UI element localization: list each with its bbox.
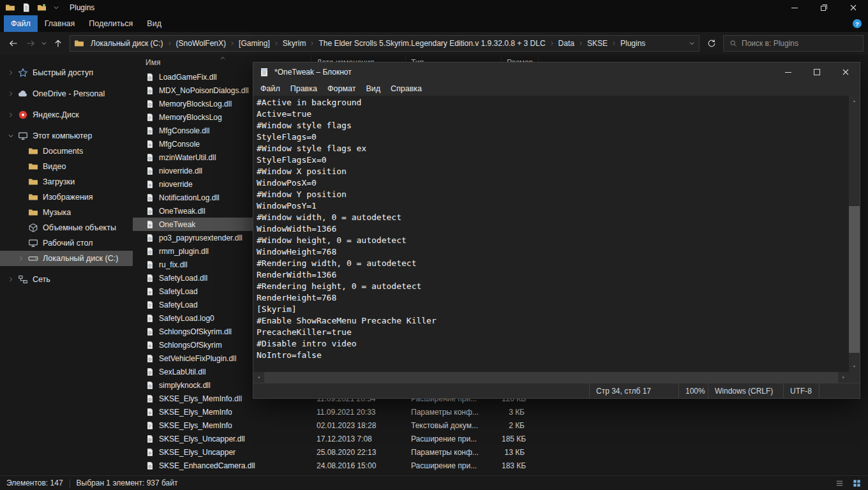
sidebar-item-downloads[interactable]: Загрузки [0, 174, 133, 189]
folder-icon [28, 146, 38, 156]
dll-file-icon [146, 73, 154, 82]
qat-customize-chevron-icon[interactable] [53, 4, 59, 11]
sidebar-item-desktop[interactable]: Рабочий стол [0, 235, 133, 251]
explorer-minimize-button[interactable] [780, 0, 809, 15]
notepad-menu-help[interactable]: Справка [385, 84, 427, 93]
breadcrumb-segment[interactable]: [Gaming] [235, 39, 274, 48]
notepad-icon [259, 67, 269, 77]
close-icon [841, 67, 851, 77]
scroll-left-icon[interactable] [256, 375, 262, 380]
ribbon-tab-view[interactable]: Вид [140, 15, 168, 32]
help-button[interactable]: ? [852, 19, 862, 29]
horizontal-scrollbar-thumb[interactable] [264, 372, 838, 383]
sidebar-item-quick-access[interactable]: Быстрый доступ [0, 65, 133, 80]
properties-icon[interactable] [21, 3, 31, 13]
chevron-right-icon[interactable] [8, 70, 14, 76]
chevron-right-icon[interactable] [8, 112, 14, 118]
scroll-up-icon[interactable] [851, 98, 857, 104]
file-row[interactable]: SKSE_Elys_MemInfo11.09.2021 20:33Парамет… [133, 405, 539, 419]
file-row[interactable]: SKSE_EnhancedCamera.dll24.08.2016 15:00Р… [133, 459, 539, 472]
refresh-icon [707, 38, 717, 48]
file-row[interactable]: SKSE_Elys_Uncapper.dll17.12.2013 7:08Рас… [133, 432, 539, 445]
sidebar-item-music[interactable]: Музыка [0, 205, 133, 220]
file-name: SchlongsOfSkyrim [159, 341, 222, 350]
file-name: MDX_NoPoisonDialogs.dll [159, 86, 249, 95]
address-bar: Локальный диск (C:)(SnoWolFenX)[Gaming]S… [0, 32, 868, 55]
search-box[interactable] [723, 35, 864, 52]
address-dropdown-icon[interactable] [689, 40, 695, 47]
breadcrumb-segment[interactable]: Data [555, 39, 578, 48]
breadcrumb-segment[interactable]: Plugins [617, 39, 649, 48]
notepad-text-line: Active=true [257, 108, 849, 120]
chevron-right-icon[interactable] [8, 276, 14, 283]
new-folder-icon[interactable] [37, 3, 47, 13]
file-name: OneTweak.dll [159, 207, 206, 216]
ribbon-tab-share[interactable]: Поделиться [82, 15, 140, 32]
explorer-restore-button[interactable] [809, 0, 839, 15]
sidebar-item-local-disk-c[interactable]: Локальный диск (C:) [0, 251, 133, 266]
notepad-horizontal-scrollbar[interactable] [253, 372, 849, 383]
sidebar-item-onedrive[interactable]: OneDrive - Personal [0, 86, 133, 101]
dll-file-icon [146, 234, 154, 242]
breadcrumb-segment[interactable]: (SnoWolFenX) [172, 39, 230, 48]
recent-locations-button[interactable] [39, 35, 49, 52]
up-button[interactable] [49, 35, 66, 52]
notepad-text[interactable]: #Active in backgroundActive=true#Window … [253, 96, 849, 372]
search-icon [730, 40, 737, 47]
breadcrumb-segment[interactable]: SKSE [583, 39, 611, 48]
details-view-button[interactable] [835, 479, 844, 488]
notepad-maximize-button[interactable] [802, 63, 831, 82]
sidebar-item-pictures[interactable]: Изображения [0, 189, 133, 205]
ribbon-tab-file[interactable]: Файл [4, 15, 38, 32]
forward-button[interactable] [22, 35, 39, 52]
breadcrumb-segment[interactable]: Локальный диск (C:) [87, 39, 167, 48]
sidebar-item-yandex-disk[interactable]: Яндекс.Диск [0, 107, 133, 122]
chevron-right-icon[interactable] [8, 91, 14, 97]
breadcrumb-segment[interactable]: Skyrim [279, 39, 310, 48]
dll-file-icon [146, 381, 154, 390]
notepad-menu-file[interactable]: Файл [255, 84, 285, 93]
back-button[interactable] [4, 35, 22, 52]
sidebar-item-network[interactable]: Сеть [0, 272, 133, 287]
sidebar-item-videos[interactable]: Видео [0, 159, 133, 174]
config-file-icon [146, 220, 154, 229]
thumbnails-view-button[interactable] [852, 479, 862, 488]
notepad-text-line: RenderWidth=1366 [257, 269, 849, 281]
address-field[interactable]: Локальный диск (C:)(SnoWolFenX)[Gaming]S… [70, 35, 700, 52]
notepad-window: *OneTweak – Блокнот ФайлПравкаФорматВидС… [253, 62, 860, 399]
file-row[interactable]: SKSE_Elys_Uncapper25.08.2020 22:13Параме… [133, 445, 539, 459]
notepad-menu-format[interactable]: Формат [322, 84, 361, 93]
sidebar-item-this-pc[interactable]: Этот компьютер [0, 128, 133, 144]
dll-file-icon [146, 274, 154, 283]
file-name: SKSE_Elys_MemInfo.dll [159, 394, 242, 403]
notepad-close-button[interactable] [831, 63, 860, 82]
ribbon: ФайлГлавнаяПоделитьсяВид ? [0, 15, 868, 32]
breadcrumb-segment[interactable]: The Elder Scrolls 5.Skyrim.Legendary Edi… [315, 39, 549, 48]
file-name: SafetyLoad.dll [159, 274, 207, 283]
notepad-text-line: NoIntro=false [257, 350, 849, 361]
chevron-right-icon[interactable] [18, 255, 24, 262]
scroll-right-icon[interactable] [841, 375, 846, 380]
notepad-text-line: [Skyrim] [257, 304, 849, 315]
notepad-vertical-scrollbar[interactable] [849, 96, 860, 372]
chevron-down-icon[interactable] [8, 133, 14, 139]
notepad-menu-edit[interactable]: Правка [285, 84, 322, 93]
file-row[interactable]: SKSE_Elys_MemInfo02.01.2023 18:28Текстов… [133, 419, 539, 432]
sidebar-item-objects-3d[interactable]: Объемные объекты [0, 220, 133, 235]
vertical-scrollbar-thumb[interactable] [849, 206, 860, 352]
scroll-down-icon[interactable] [851, 364, 857, 369]
refresh-button[interactable] [703, 35, 720, 52]
sidebar-item-documents[interactable]: Documents [0, 144, 133, 159]
file-name: SKSE_Elys_MemInfo [159, 408, 232, 417]
folder-icon [28, 161, 38, 172]
search-input[interactable] [742, 39, 857, 48]
notepad-minimize-button[interactable] [774, 63, 802, 82]
selection-info: Выбран 1 элемент: 937 байт [77, 479, 178, 487]
notepad-menu-view[interactable]: Вид [361, 84, 385, 93]
file-name: nioverride.dll [159, 167, 202, 175]
ribbon-tab-home[interactable]: Главная [38, 15, 82, 32]
dll-file-icon [146, 354, 154, 363]
explorer-close-button[interactable] [839, 0, 868, 15]
encoding: UTF-8 [783, 383, 819, 398]
notepad-text-line: WindowHeight=768 [257, 246, 849, 258]
